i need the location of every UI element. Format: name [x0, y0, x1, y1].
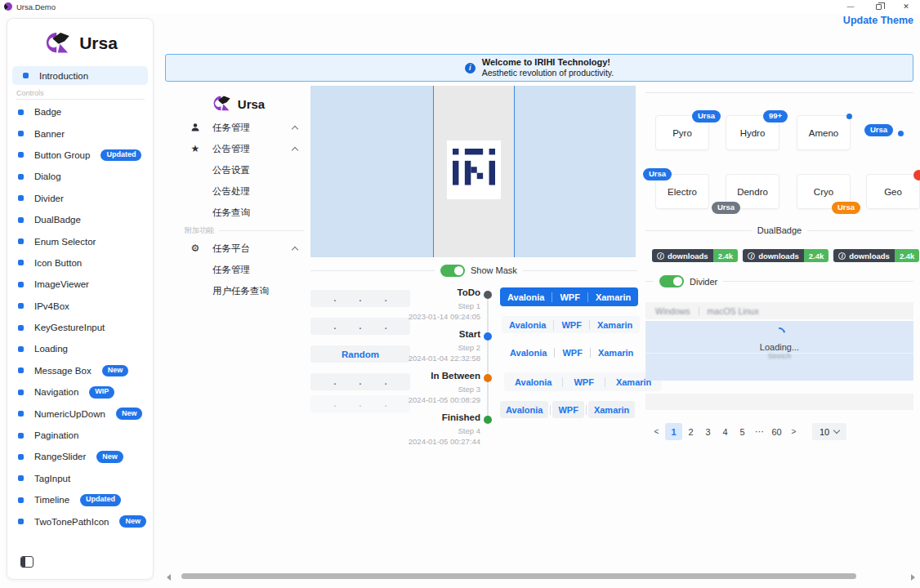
update-theme-button[interactable]: Update Theme: [843, 15, 913, 26]
menu-dot-icon: [18, 260, 24, 265]
avalonia-button[interactable]: Avalonia: [500, 401, 548, 418]
menu-item-notice-settings[interactable]: 公告设置: [165, 159, 310, 180]
menu-dot-icon: [18, 368, 24, 373]
banner-subtitle: Aesthetic revolution of productivity.: [482, 68, 614, 79]
sidebar-item-pagination[interactable]: Pagination: [7, 425, 153, 446]
divider-toggle[interactable]: [659, 275, 684, 287]
xamarin-button[interactable]: Xamarin: [588, 401, 635, 418]
page-ellipsis[interactable]: ⋯: [751, 423, 768, 440]
badge-card-cryo[interactable]: Cryo Ursa: [797, 174, 851, 209]
menu-item-task-platform[interactable]: ⚙ 任务平台: [165, 238, 310, 259]
sidebar-item-twotonepathicon[interactable]: TwoTonePathIconNew: [7, 510, 153, 532]
prev-page-button[interactable]: <: [648, 423, 665, 440]
sidebar-item-loading[interactable]: Loading: [7, 338, 153, 359]
menu-item-task-mgmt[interactable]: 任务管理: [165, 117, 310, 138]
standalone-dot-badge: [898, 131, 904, 136]
wpf-button[interactable]: WPF: [552, 401, 583, 418]
badge-card-electro[interactable]: Electro Ursa: [655, 174, 709, 209]
sidebar-item-badge[interactable]: Badge: [7, 101, 153, 122]
menu-item-task-query[interactable]: 任务查询: [165, 202, 310, 223]
sidebar-item-enum-selector[interactable]: Enum Selector: [7, 230, 153, 252]
ursa-badge: Ursa: [643, 168, 672, 180]
menu-dot-icon: [18, 519, 24, 524]
sidebar-item-ipv4box[interactable]: IPv4Box: [7, 296, 153, 317]
sidebar-item-keygestureinput[interactable]: KeyGestureInput: [7, 317, 153, 338]
badge-card-geo[interactable]: Geo: [866, 174, 920, 209]
timeline-time: 2024-01-05 00:08:29: [374, 395, 480, 404]
sidebar-collapse-icon[interactable]: [20, 556, 33, 568]
timeline-step: Step 1: [374, 301, 480, 310]
standalone-ursa-badge: Ursa: [864, 124, 893, 136]
viewer-viewport[interactable]: [434, 86, 514, 257]
sidebar-item-dialog[interactable]: Dialog: [7, 166, 153, 187]
wpf-button[interactable]: WPF: [555, 348, 589, 358]
page-button-3[interactable]: 3: [699, 423, 717, 440]
timeline-step: Step 3: [374, 385, 480, 394]
menu-item-user-task-query[interactable]: 用户任务查询: [165, 280, 310, 301]
sidebar-item-introduction[interactable]: Introduction: [12, 66, 148, 85]
chevron-up-icon: [292, 247, 298, 253]
menu-item-notice-mgmt[interactable]: ★ 公告管理: [165, 138, 310, 159]
tab-macos-linux[interactable]: macOS Linux: [708, 306, 759, 316]
ursa-badge: Ursa: [692, 110, 721, 122]
image-viewer[interactable]: [310, 86, 637, 257]
sidebar-item-message-box[interactable]: Message BoxNew: [7, 360, 153, 381]
wpf-button[interactable]: WPF: [552, 292, 587, 302]
xamarin-button[interactable]: Xamarin: [591, 348, 641, 358]
xamarin-button[interactable]: Xamarin: [588, 292, 638, 302]
viewer-mask-left: [310, 86, 434, 257]
restore-button[interactable]: [864, 0, 892, 13]
sidebar-item-button-group[interactable]: Button GroupUpdated: [7, 145, 153, 166]
sidebar-item-timeline[interactable]: TimelineUpdated: [7, 489, 153, 510]
page-size-select[interactable]: 10: [812, 423, 846, 440]
avalonia-button[interactable]: Avalonia: [502, 320, 553, 330]
sidebar-item-navigation[interactable]: NavigationWIP: [7, 381, 153, 403]
sidebar-item-rangeslider[interactable]: RangeSliderNew: [7, 446, 153, 467]
menu-item-notice-process[interactable]: 公告处理: [165, 180, 310, 202]
dot-badge: [846, 114, 852, 119]
page-button-60[interactable]: 60: [768, 423, 785, 440]
next-page-button[interactable]: >: [785, 423, 802, 440]
sidebar-item-icon-button[interactable]: Icon Button: [7, 252, 153, 274]
minimize-button[interactable]: —: [837, 0, 864, 13]
menu-item-task-mgmt-child[interactable]: 任务管理: [165, 259, 310, 280]
badge-card-ameno[interactable]: Ameno: [797, 115, 851, 150]
sidebar-item-taginput[interactable]: TagInput: [7, 468, 153, 489]
avalonia-button[interactable]: Avalonia: [504, 377, 562, 387]
menu-dot-icon: [18, 303, 24, 309]
scroll-left-icon[interactable]: [167, 574, 171, 581]
show-mask-toggle[interactable]: [440, 265, 465, 277]
ursa-logo-icon: [42, 31, 72, 56]
sidebar-item-imageviewer[interactable]: ImageViewer: [7, 274, 153, 295]
navigation-demo: Ursa 任务管理 ★ 公告管理 公告设置 公告处理 任务查询 附加功能 ⚙ 任…: [165, 86, 310, 301]
page-button-5[interactable]: 5: [734, 423, 751, 440]
page-button-1[interactable]: 1: [665, 423, 682, 440]
sidebar-section-label: Controls: [16, 89, 153, 97]
dualbadge-divider-label: DualBadge: [757, 225, 802, 235]
irihi-logo-tile: [447, 140, 501, 199]
sidebar-item-divider[interactable]: Divider: [7, 188, 153, 209]
badge-card-dendro[interactable]: Dendro Ursa: [726, 174, 779, 209]
button-group-light: Avalonia WPF Xamarin: [502, 316, 640, 333]
avalonia-button[interactable]: Avalonia: [500, 292, 552, 302]
scrollbar-thumb[interactable]: [181, 573, 856, 579]
wpf-button[interactable]: WPF: [563, 377, 604, 387]
wpf-button[interactable]: WPF: [554, 320, 588, 330]
xamarin-button[interactable]: Xamarin: [590, 320, 640, 330]
sidebar-item-banner[interactable]: Banner: [7, 122, 153, 144]
avalonia-button[interactable]: Avalonia: [502, 348, 554, 358]
status-badge: New: [102, 365, 129, 377]
empty-bar: [645, 394, 913, 410]
timeline-axis: [487, 299, 489, 421]
page-button-2[interactable]: 2: [682, 423, 699, 440]
close-button[interactable]: ✕: [892, 0, 920, 13]
sidebar-item-dualbadge[interactable]: DualBadge: [7, 209, 153, 230]
page-button-4[interactable]: 4: [717, 423, 734, 440]
scroll-right-icon[interactable]: [911, 574, 915, 581]
badge-card-pyro[interactable]: Pyro Ursa: [655, 115, 709, 150]
timeline-title: Start: [382, 329, 480, 339]
sidebar-item-numericupdown[interactable]: NumericUpDownNew: [7, 403, 153, 424]
badge-card-hydro[interactable]: Hydro 99+: [726, 115, 779, 150]
tab-windows[interactable]: Windows: [655, 306, 690, 316]
timeline-dot-todo: [484, 291, 492, 299]
